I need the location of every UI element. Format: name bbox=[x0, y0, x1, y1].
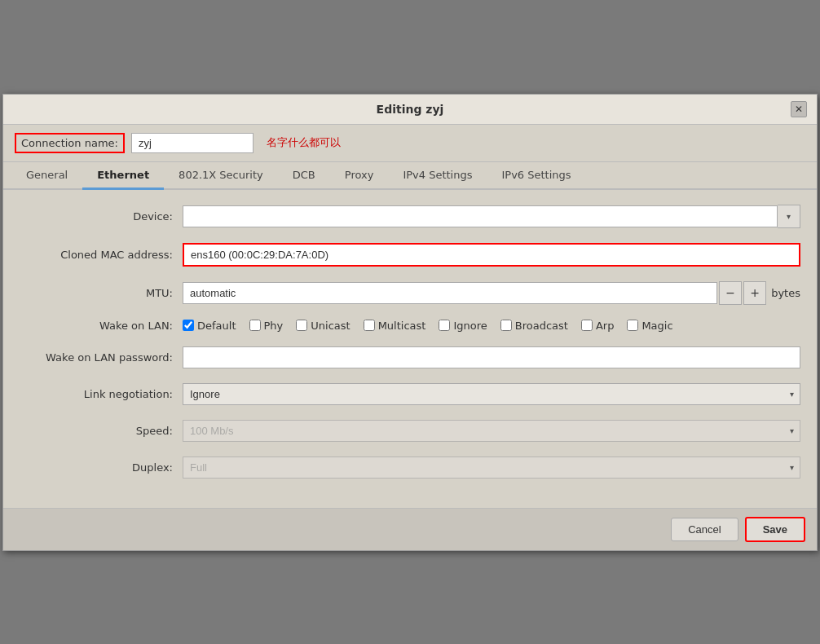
tab-proxy[interactable]: Proxy bbox=[330, 162, 389, 190]
close-button[interactable]: ✕ bbox=[791, 101, 807, 117]
wol-magic-item[interactable]: Magic bbox=[627, 320, 672, 332]
cloned-mac-label: Cloned MAC address: bbox=[20, 249, 183, 261]
wake-on-lan-options: Default Phy Unicast Multicast bbox=[183, 320, 673, 332]
wake-on-lan-label: Wake on LAN: bbox=[20, 320, 183, 332]
wol-multicast-item[interactable]: Multicast bbox=[364, 320, 426, 332]
link-negotiation-row: Link negotiation: Ignore Automatic Manua… bbox=[20, 383, 800, 405]
tab-general[interactable]: General bbox=[11, 162, 82, 190]
dialog-title: Editing zyj bbox=[29, 103, 791, 116]
mtu-label: MTU: bbox=[20, 287, 183, 299]
duplex-select-wrapper: Full Half ▾ bbox=[183, 457, 800, 479]
wol-phy-item[interactable]: Phy bbox=[249, 320, 284, 332]
wol-password-label: Wake on LAN password: bbox=[20, 351, 183, 364]
wol-unicast-item[interactable]: Unicast bbox=[296, 320, 350, 332]
speed-row: Speed: 100 Mb/s 10 Mb/s 1000 Mb/s ▾ bbox=[20, 420, 800, 442]
device-input[interactable] bbox=[183, 205, 778, 227]
wol-broadcast-label: Broadcast bbox=[515, 320, 568, 332]
connection-name-input[interactable] bbox=[131, 133, 253, 153]
tab-dcb[interactable]: DCB bbox=[278, 162, 330, 190]
wol-password-input[interactable] bbox=[183, 346, 800, 368]
cancel-button[interactable]: Cancel bbox=[671, 518, 738, 541]
save-button[interactable]: Save bbox=[745, 517, 805, 542]
duplex-control: Full Half ▾ bbox=[183, 457, 800, 479]
wol-multicast-checkbox[interactable] bbox=[364, 320, 375, 331]
duplex-row: Duplex: Full Half ▾ bbox=[20, 457, 800, 479]
wol-default-item[interactable]: Default bbox=[183, 320, 236, 332]
link-negotiation-control: Ignore Automatic Manual ▾ bbox=[183, 383, 800, 405]
wol-ignore-label: Ignore bbox=[453, 320, 487, 332]
wol-broadcast-checkbox[interactable] bbox=[500, 320, 512, 331]
speed-label: Speed: bbox=[20, 425, 183, 437]
device-dropdown-btn[interactable]: ▾ bbox=[778, 205, 800, 228]
title-bar: Editing zyj ✕ bbox=[3, 95, 817, 125]
link-negotiation-select-wrapper: Ignore Automatic Manual ▾ bbox=[183, 383, 800, 405]
dialog: Editing zyj ✕ Connection name: 名字什么都可以 G… bbox=[2, 94, 818, 551]
wol-password-control bbox=[183, 346, 800, 368]
link-negotiation-label: Link negotiation: bbox=[20, 388, 183, 400]
tab-ethernet[interactable]: Ethernet bbox=[82, 162, 164, 190]
wol-multicast-label: Multicast bbox=[378, 320, 426, 332]
wol-phy-label: Phy bbox=[264, 320, 284, 332]
speed-control: 100 Mb/s 10 Mb/s 1000 Mb/s ▾ bbox=[183, 420, 800, 442]
wol-unicast-label: Unicast bbox=[311, 320, 350, 332]
cloned-mac-row: Cloned MAC address: bbox=[20, 243, 800, 267]
wol-arp-checkbox[interactable] bbox=[581, 320, 593, 331]
cloned-mac-control bbox=[183, 243, 800, 267]
bottom-bar: Cancel Save bbox=[3, 508, 817, 550]
wol-default-checkbox[interactable] bbox=[183, 320, 194, 331]
device-control: ▾ bbox=[183, 205, 800, 228]
mtu-minus-btn[interactable]: − bbox=[719, 281, 742, 305]
wol-broadcast-item[interactable]: Broadcast bbox=[500, 320, 568, 332]
mtu-input[interactable] bbox=[183, 282, 717, 304]
mtu-control: − + bytes bbox=[183, 281, 800, 305]
wol-default-label: Default bbox=[197, 320, 236, 332]
connection-name-row: Connection name: 名字什么都可以 bbox=[3, 125, 817, 162]
wol-magic-label: Magic bbox=[641, 320, 672, 332]
wol-phy-checkbox[interactable] bbox=[249, 320, 261, 331]
device-label: Device: bbox=[20, 210, 183, 223]
connection-name-label: Connection name: bbox=[15, 133, 125, 153]
link-negotiation-select[interactable]: Ignore Automatic Manual bbox=[183, 383, 800, 405]
tab-ipv6[interactable]: IPv6 Settings bbox=[487, 162, 585, 190]
wol-password-row: Wake on LAN password: bbox=[20, 346, 800, 368]
duplex-label: Duplex: bbox=[20, 461, 183, 474]
wol-arp-label: Arp bbox=[596, 320, 615, 332]
cloned-mac-input[interactable] bbox=[183, 243, 800, 267]
wol-unicast-checkbox[interactable] bbox=[296, 320, 307, 331]
wake-on-lan-control: Default Phy Unicast Multicast bbox=[183, 320, 800, 332]
duplex-select[interactable]: Full Half bbox=[183, 457, 800, 479]
wol-magic-checkbox[interactable] bbox=[627, 320, 638, 331]
mtu-unit: bytes bbox=[771, 287, 800, 299]
content-area: Device: ▾ Cloned MAC address: MTU: − + b… bbox=[3, 190, 817, 508]
device-row: Device: ▾ bbox=[20, 205, 800, 228]
mtu-row: MTU: − + bytes bbox=[20, 281, 800, 305]
wol-arp-item[interactable]: Arp bbox=[581, 320, 615, 332]
tab-802-1x[interactable]: 802.1X Security bbox=[164, 162, 278, 190]
wake-on-lan-row: Wake on LAN: Default Phy Unicast bbox=[20, 320, 800, 332]
tabs-bar: General Ethernet 802.1X Security DCB Pro… bbox=[3, 162, 817, 190]
wol-ignore-item[interactable]: Ignore bbox=[439, 320, 487, 332]
mtu-plus-btn[interactable]: + bbox=[743, 281, 766, 305]
connection-name-hint: 名字什么都可以 bbox=[267, 135, 341, 150]
tab-ipv4[interactable]: IPv4 Settings bbox=[388, 162, 487, 190]
speed-select[interactable]: 100 Mb/s 10 Mb/s 1000 Mb/s bbox=[183, 420, 800, 442]
speed-select-wrapper: 100 Mb/s 10 Mb/s 1000 Mb/s ▾ bbox=[183, 420, 800, 442]
wol-ignore-checkbox[interactable] bbox=[439, 320, 450, 331]
